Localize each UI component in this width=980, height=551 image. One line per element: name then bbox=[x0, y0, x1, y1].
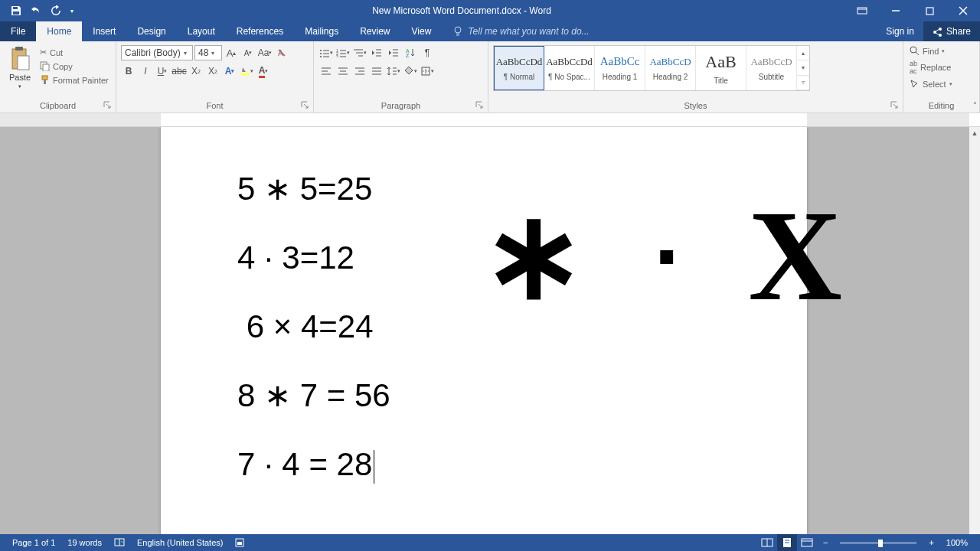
tab-view[interactable]: View bbox=[401, 21, 443, 41]
copy-button[interactable]: Copy bbox=[38, 60, 110, 72]
text-line[interactable]: 6 × 4=24 bbox=[237, 311, 390, 343]
highlight-button[interactable]: ▾ bbox=[239, 64, 254, 79]
macro-button[interactable] bbox=[229, 538, 250, 547]
shrink-font-button[interactable]: A▾ bbox=[240, 45, 256, 60]
page-indicator[interactable]: Page 1 of 1 bbox=[6, 538, 61, 547]
change-case-button[interactable]: Aa▾ bbox=[257, 45, 273, 60]
page[interactable]: 5 ∗ 5=25 4 · 3=12 6 × 4=24 8 ∗ 7 = 56 7 … bbox=[161, 127, 807, 551]
find-button[interactable]: Find ▾ bbox=[908, 45, 946, 57]
language-indicator[interactable]: English (United States) bbox=[131, 538, 230, 547]
replace-button[interactable]: abacReplace bbox=[908, 59, 952, 76]
ribbon-display-button[interactable] bbox=[845, 0, 879, 21]
dialog-launcher-icon[interactable] bbox=[103, 101, 113, 110]
dialog-launcher-icon[interactable] bbox=[301, 101, 310, 110]
bold-button[interactable]: B bbox=[121, 64, 136, 79]
svg-rect-18 bbox=[18, 56, 29, 70]
multilevel-list-button[interactable]: ▾ bbox=[352, 45, 368, 60]
tab-home[interactable]: Home bbox=[36, 21, 82, 41]
italic-button[interactable]: I bbox=[138, 64, 153, 79]
align-left-button[interactable] bbox=[318, 64, 334, 79]
print-layout-button[interactable] bbox=[777, 534, 797, 551]
dot-symbol[interactable]: · bbox=[654, 219, 679, 292]
strikethrough-button[interactable]: abc bbox=[172, 64, 187, 79]
dialog-launcher-icon[interactable] bbox=[890, 101, 900, 110]
big-symbols[interactable]: ∗ · X bbox=[482, 204, 842, 308]
svg-rect-5 bbox=[926, 8, 933, 15]
x-symbol[interactable]: X bbox=[748, 204, 842, 308]
decrease-indent-button[interactable] bbox=[369, 45, 384, 60]
style-heading2[interactable]: AaBbCcDHeading 2 bbox=[645, 46, 696, 90]
justify-button[interactable] bbox=[369, 64, 384, 79]
cut-button[interactable]: ✂Cut bbox=[38, 47, 110, 58]
align-right-button[interactable] bbox=[352, 64, 368, 79]
style-heading1[interactable]: AaBbCcHeading 1 bbox=[595, 46, 645, 90]
close-button[interactable] bbox=[946, 0, 980, 21]
font-name-combo[interactable]: Calibri (Body)▾ bbox=[121, 45, 193, 60]
superscript-button[interactable]: X2 bbox=[205, 64, 220, 79]
minimize-button[interactable] bbox=[879, 0, 913, 21]
undo-button[interactable] bbox=[26, 0, 46, 21]
align-center-button[interactable] bbox=[335, 64, 351, 79]
qat-customize[interactable]: ▾ bbox=[66, 0, 78, 21]
bullets-button[interactable]: ▾ bbox=[318, 45, 334, 60]
svg-text:Z: Z bbox=[406, 53, 410, 58]
collapse-ribbon-button[interactable]: ˄ bbox=[973, 101, 977, 109]
text-line[interactable]: 7 · 4 = 28 bbox=[237, 448, 390, 484]
font-color-button[interactable]: A▾ bbox=[256, 64, 271, 79]
select-button[interactable]: Select ▾ bbox=[908, 78, 954, 90]
sort-button[interactable]: AZ bbox=[403, 45, 418, 60]
tab-mailings[interactable]: Mailings bbox=[294, 21, 349, 41]
text-effects-button[interactable]: A▾ bbox=[222, 64, 237, 79]
style-no-spacing[interactable]: AaBbCcDd¶ No Spac... bbox=[544, 46, 595, 90]
format-painter-button[interactable]: Format Painter bbox=[38, 74, 110, 86]
word-count[interactable]: 19 words bbox=[61, 538, 108, 547]
tab-layout[interactable]: Layout bbox=[177, 21, 226, 41]
share-button[interactable]: Share bbox=[923, 21, 980, 41]
document-text[interactable]: 5 ∗ 5=25 4 · 3=12 6 × 4=24 8 ∗ 7 = 56 7 … bbox=[237, 173, 390, 520]
tab-insert[interactable]: Insert bbox=[82, 21, 126, 41]
zoom-out-button[interactable]: − bbox=[817, 538, 834, 547]
web-layout-button[interactable] bbox=[797, 534, 817, 551]
grow-font-button[interactable]: A▴ bbox=[224, 45, 239, 60]
vertical-scrollbar[interactable]: ▲ ▼ bbox=[969, 127, 980, 551]
style-subtitle[interactable]: AaBbCcDSubtitle bbox=[746, 46, 797, 90]
shading-button[interactable]: ▾ bbox=[403, 64, 418, 79]
asterisk-symbol[interactable]: ∗ bbox=[482, 207, 585, 305]
numbering-button[interactable]: 123▾ bbox=[335, 45, 351, 60]
spellcheck-button[interactable] bbox=[108, 537, 131, 548]
style-title[interactable]: AaBTitle bbox=[696, 46, 746, 90]
show-hide-button[interactable]: ¶ bbox=[420, 45, 435, 60]
style-normal[interactable]: AaBbCcDd¶ Normal bbox=[494, 46, 544, 90]
dialog-launcher-icon[interactable] bbox=[475, 101, 485, 110]
save-button[interactable] bbox=[6, 0, 26, 21]
zoom-slider[interactable] bbox=[840, 542, 916, 544]
gallery-scroll[interactable]: ▴▾▿ bbox=[797, 46, 809, 90]
zoom-level[interactable]: 100% bbox=[940, 538, 974, 547]
text-line[interactable]: 8 ∗ 7 = 56 bbox=[237, 380, 390, 412]
maximize-button[interactable] bbox=[913, 0, 946, 21]
increase-indent-button[interactable] bbox=[386, 45, 401, 60]
group-paragraph: ▾ 123▾ ▾ AZ ¶ ▾ ▾ ▾ Paragraph bbox=[314, 41, 488, 112]
styles-gallery[interactable]: AaBbCcDd¶ Normal AaBbCcDd¶ No Spac... Aa… bbox=[493, 45, 810, 91]
clear-formatting-button[interactable]: A bbox=[274, 45, 289, 60]
signin-button[interactable]: Sign in bbox=[877, 21, 923, 41]
tab-review[interactable]: Review bbox=[349, 21, 400, 41]
line-spacing-button[interactable]: ▾ bbox=[386, 64, 401, 79]
replace-icon: abac bbox=[910, 60, 917, 75]
tab-references[interactable]: References bbox=[226, 21, 294, 41]
underline-button[interactable]: U▾ bbox=[155, 64, 170, 79]
read-mode-button[interactable] bbox=[757, 534, 777, 551]
paste-button[interactable]: Paste ▾ bbox=[5, 45, 35, 91]
tell-me[interactable]: Tell me what you want to do... bbox=[442, 21, 589, 41]
zoom-in-button[interactable]: + bbox=[923, 538, 939, 547]
tab-file[interactable]: File bbox=[0, 21, 36, 41]
horizontal-ruler[interactable] bbox=[0, 113, 980, 127]
scroll-up[interactable]: ▲ bbox=[969, 127, 980, 139]
borders-button[interactable]: ▾ bbox=[420, 64, 435, 79]
font-size-combo[interactable]: 48▾ bbox=[194, 45, 222, 60]
text-line[interactable]: 5 ∗ 5=25 bbox=[237, 173, 390, 205]
redo-button[interactable] bbox=[46, 0, 66, 21]
text-line[interactable]: 4 · 3=12 bbox=[237, 242, 390, 274]
tab-design[interactable]: Design bbox=[126, 21, 176, 41]
subscript-button[interactable]: X2 bbox=[188, 64, 204, 79]
